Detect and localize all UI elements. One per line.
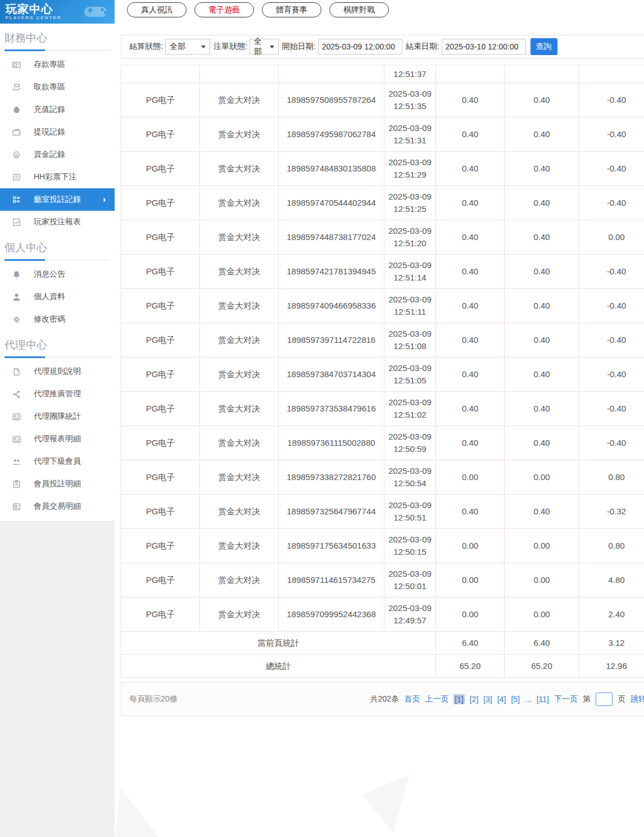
sidebar-item-user[interactable]: 個人資料: [0, 286, 115, 308]
first-page-link[interactable]: 首页: [404, 694, 420, 704]
table-cell: -0.40: [579, 152, 644, 186]
table-cell: 0.40: [436, 426, 505, 460]
sidebar-item-member-bet[interactable]: 會員投註明細: [0, 473, 115, 495]
table-cell: 赏金大对决: [200, 598, 279, 631]
filter-bar: 結算狀態: 全部 注單狀態: 全部 開始日期: 結束日期: 查詢: [121, 35, 644, 58]
table-cell: PG电子: [121, 563, 200, 597]
table-cell: PG电子: [121, 426, 200, 460]
table-cell: 2025-03-09 12:51:31: [384, 117, 436, 151]
members-icon: [11, 456, 21, 467]
sidebar-item-bell[interactable]: 消息公告: [0, 263, 115, 286]
withdraw-icon: [11, 82, 21, 92]
table-cell: [579, 65, 644, 83]
sidebar-item-label: 代理規則說明: [34, 367, 81, 377]
jump-suffix-label: 页: [618, 694, 625, 704]
page-link[interactable]: [2]: [470, 695, 479, 704]
sidebar-item-report-detail[interactable]: 代理報表明細: [0, 428, 115, 450]
sidebar-item-doc[interactable]: 代理規則說明: [0, 360, 115, 383]
table-cell: 3.12: [579, 632, 644, 654]
table-cell: PG电子: [121, 529, 200, 563]
sidebar-item-member-trade[interactable]: 會員交易明細: [0, 495, 115, 518]
table-cell: 1898597397114722816: [279, 323, 384, 357]
table-cell: 0.00: [436, 563, 505, 597]
sidebar-item-player-report[interactable]: 玩家投注報表: [0, 211, 115, 233]
table-cell: 1898597325647967744: [279, 495, 384, 528]
table-cell: -0.40: [579, 426, 644, 460]
table-row-partial: 12:51:37: [121, 65, 644, 83]
tab-3[interactable]: 棋牌對戰: [329, 2, 389, 17]
hall-bet-icon: [11, 194, 21, 205]
sidebar-item-team-stats[interactable]: 代理團隊統計: [0, 405, 115, 428]
table-row: PG电子赏金大对决18985974217813949452025-03-09 1…: [121, 255, 644, 289]
chevron-right-icon: ›: [103, 195, 106, 204]
sidebar-item-recharge-record[interactable]: 充值記錄: [0, 98, 115, 121]
table-cell: -0.40: [579, 323, 644, 357]
sidebar-item-gear[interactable]: 修改密碼: [0, 308, 115, 331]
tab-0[interactable]: 真人視訊: [127, 2, 187, 17]
table-cell: PG电子: [121, 289, 200, 323]
table-cell: 1898597384703714304: [279, 358, 384, 391]
order-status-value: 全部: [254, 37, 265, 57]
table-row: PG电子赏金大对决18985974959870627842025-03-09 1…: [121, 117, 644, 152]
table-cell: 4.80: [579, 563, 644, 597]
sidebar-item-label: 取款專區: [34, 82, 65, 92]
table-cell: 1898597373538479616: [279, 392, 384, 426]
table-cell: 赏金大对决: [200, 563, 279, 597]
next-page-link[interactable]: 下一页: [554, 694, 578, 704]
page-link[interactable]: [11]: [537, 695, 549, 704]
table-cell: -0.40: [579, 255, 644, 288]
page-link[interactable]: [5]: [511, 695, 520, 704]
jump-page-input[interactable]: [596, 693, 613, 706]
tab-1[interactable]: 電子遊藝: [194, 2, 254, 17]
table-cell: 0.80: [579, 460, 644, 494]
table-cell: PG电子: [121, 495, 200, 528]
page-link[interactable]: [3]: [483, 695, 492, 704]
bell-icon: [11, 269, 21, 279]
table-cell: 赏金大对决: [200, 426, 279, 460]
table-cell: 1898597409466958336: [279, 289, 384, 323]
settle-status-select[interactable]: 全部: [165, 39, 210, 55]
start-date-input[interactable]: [318, 39, 402, 55]
report-detail-icon: [11, 434, 21, 444]
table-cell: 赏金大对决: [200, 495, 279, 528]
table-row: PG电子赏金大对决18985973847037143042025-03-09 1…: [121, 358, 644, 392]
table-cell: 2025-03-09 12:50:01: [384, 563, 436, 597]
search-button[interactable]: 查詢: [530, 38, 557, 55]
table-cell: 赏金大对决: [200, 152, 279, 186]
sidebar-item-withdraw[interactable]: 取款專區: [0, 76, 115, 98]
table-cell: 0.40: [436, 323, 505, 357]
table-cell: 1898597508955787264: [279, 83, 384, 117]
table-cell: PG电子: [121, 152, 200, 186]
table-cell: [200, 65, 279, 83]
sidebar-item-members[interactable]: 代理下級會員: [0, 450, 115, 473]
table-cell: 赏金大对决: [200, 186, 279, 220]
sidebar-item-label: 會員交易明細: [34, 501, 81, 512]
table-cell: 0.40: [436, 83, 505, 117]
page-link[interactable]: [1]: [453, 694, 465, 704]
jump-button[interactable]: 跳转: [631, 694, 644, 704]
sidebar-item-label: 存款專區: [34, 60, 65, 70]
sidebar-item-deposit[interactable]: 存款專區: [0, 53, 115, 76]
table-summary-row: 總統計65.2065.2012.96: [121, 655, 644, 678]
table-cell: 赏金大对决: [200, 358, 279, 391]
sidebar-item-share[interactable]: 代理推廣管理: [0, 383, 115, 405]
sidebar-item-withdraw-record[interactable]: 提現記錄: [0, 121, 115, 143]
page-link[interactable]: [4]: [497, 695, 506, 704]
order-status-select[interactable]: 全部: [250, 39, 279, 55]
end-date-input[interactable]: [442, 39, 526, 55]
table-cell: 2025-03-09 12:51:11: [384, 289, 436, 323]
prev-page-link[interactable]: 上一页: [425, 694, 448, 704]
table-cell: 2025-03-09 12:49:57: [384, 598, 436, 631]
table-cell: 0.00: [436, 598, 505, 631]
gear-icon: [11, 314, 21, 324]
table-cell: 2025-03-09 12:51:02: [384, 392, 436, 426]
sidebar-item-funds-record[interactable]: 資金記錄: [0, 143, 115, 166]
sidebar-item-hall-bet[interactable]: 廳室投註記錄›: [0, 188, 115, 211]
sidebar-item-lottery-bet[interactable]: HH彩票下注: [0, 166, 115, 188]
table-cell: 0.40: [436, 152, 505, 186]
settle-status-value: 全部: [170, 42, 185, 52]
section-divider: [4, 357, 110, 358]
tab-2[interactable]: 體育賽事: [262, 2, 321, 17]
table-cell: PG电子: [121, 323, 200, 357]
table-cell: 0.40: [505, 186, 579, 220]
